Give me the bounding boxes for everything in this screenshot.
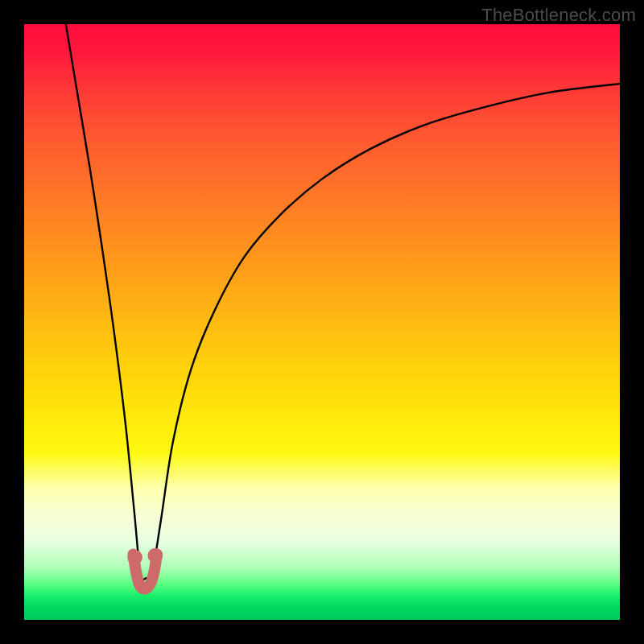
- highlight-dots: [127, 548, 163, 565]
- curve-layer: [24, 24, 620, 620]
- bottleneck-curve: [66, 24, 620, 580]
- chart-frame: TheBottleneck.com: [0, 0, 644, 644]
- watermark-text: TheBottleneck.com: [481, 5, 636, 26]
- highlight-dot: [127, 550, 142, 565]
- highlight-dot: [147, 548, 163, 564]
- plot-area: [24, 24, 620, 620]
